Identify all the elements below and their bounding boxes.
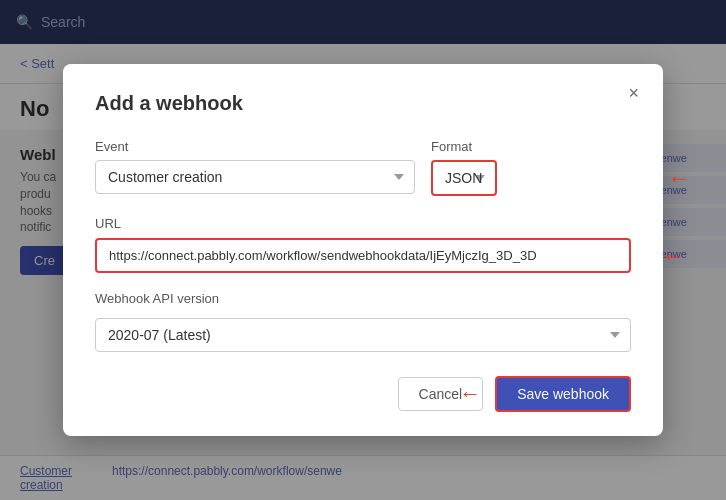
event-group: Event Customer creation (95, 139, 415, 196)
cancel-wrapper: Cancel (398, 377, 484, 411)
save-webhook-button[interactable]: Save webhook (495, 376, 631, 412)
version-select[interactable]: 2020-07 (Latest) (95, 318, 631, 352)
format-label: Format (431, 139, 631, 154)
cancel-button[interactable]: Cancel (398, 377, 484, 411)
url-arrow-icon: ← (661, 242, 685, 270)
modal-close-button[interactable]: × (628, 84, 639, 102)
modal-overlay: Add a webhook × Event Customer creation … (0, 0, 726, 500)
event-label: Event (95, 139, 415, 154)
event-format-row: Event Customer creation Format JSON ← (95, 139, 631, 196)
version-label: Webhook API version (95, 291, 631, 306)
format-select-wrapper: JSON ← (431, 160, 631, 196)
format-arrow-icon: ← (667, 164, 691, 192)
url-input[interactable] (95, 238, 631, 273)
url-input-wrapper: ← (95, 238, 631, 273)
modal-dialog: Add a webhook × Event Customer creation … (63, 64, 663, 436)
modal-title: Add a webhook (95, 92, 631, 115)
save-wrapper: ← Save webhook (495, 376, 631, 412)
format-select[interactable]: JSON (431, 160, 497, 196)
event-select[interactable]: Customer creation (95, 160, 415, 194)
format-group: Format JSON ← (431, 139, 631, 196)
url-label: URL (95, 216, 121, 231)
url-row: URL ← (95, 214, 631, 273)
modal-footer: Cancel ← Save webhook (95, 376, 631, 412)
version-group: Webhook API version 2020-07 (Latest) (95, 291, 631, 352)
